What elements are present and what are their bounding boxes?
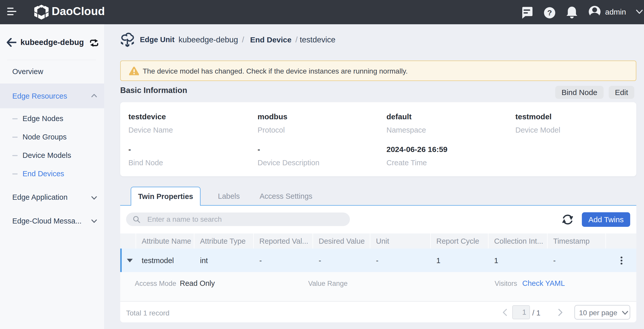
svg-text:?: ?	[547, 8, 552, 17]
